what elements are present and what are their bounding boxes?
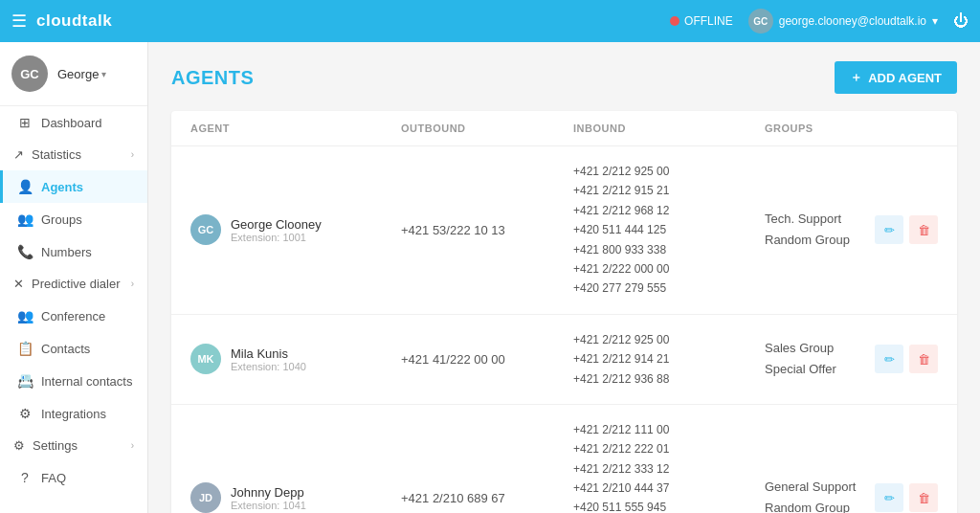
chevron-right-icon: › xyxy=(131,149,134,160)
inbound-numbers: +421 2/212 925 00+421 2/212 914 21+421 2… xyxy=(573,330,765,389)
chevron-down-icon: ▾ xyxy=(932,14,938,28)
agent-cell: JD Johnny Depp Extension: 1041 xyxy=(190,482,401,513)
chevron-right-icon: › xyxy=(131,279,134,289)
outbound-number: +421 41/222 00 00 xyxy=(401,352,573,367)
user-menu[interactable]: GC george.clooney@cloudtalk.io ▾ xyxy=(748,9,938,33)
sidebar-item-label: Integrations xyxy=(41,407,106,421)
user-email: george.clooney@cloudtalk.io xyxy=(779,14,926,28)
col-actions xyxy=(861,123,938,134)
profile-name-button[interactable]: George ▾ xyxy=(57,67,106,81)
agent-groups: General SupportRandom Group xyxy=(765,477,861,513)
chevron-right-icon: › xyxy=(131,440,134,451)
sidebar-item-label: Internal contacts xyxy=(41,374,132,389)
internal-contacts-icon: 📇 xyxy=(16,373,33,389)
sidebar-item-numbers[interactable]: 📞 Numbers xyxy=(0,235,147,268)
avatar: GC xyxy=(190,214,221,245)
sidebar-item-integrations[interactable]: ⚙ Integrations xyxy=(0,397,147,430)
agent-name: Mila Kunis xyxy=(231,346,306,361)
sidebar-item-label: Contacts xyxy=(41,342,90,356)
col-inbound: INBOUND xyxy=(573,123,765,134)
table-row: MK Mila Kunis Extension: 1040 +421 41/22… xyxy=(171,315,957,405)
table-header: AGENT OUTBOUND INBOUND GROUPS xyxy=(171,111,957,146)
row-actions: ✏ 🗑 xyxy=(861,483,938,512)
groups-icon: 👥 xyxy=(16,212,33,227)
sidebar-item-dashboard[interactable]: ⊞ Dashboard xyxy=(0,106,147,139)
sidebar-item-groups[interactable]: 👥 Groups xyxy=(0,203,147,235)
sidebar-item-label: Dashboard xyxy=(41,116,102,130)
sidebar: GC George ▾ ⊞ Dashboard ↗ Statistics › 👤… xyxy=(0,42,148,513)
outbound-number: +421 53/222 10 13 xyxy=(401,223,573,237)
table-row: GC George Clooney Extension: 1001 +421 5… xyxy=(171,146,957,315)
add-agent-button[interactable]: ＋ ADD AGENT xyxy=(835,61,957,94)
col-outbound: OUTBOUND xyxy=(401,123,573,134)
agent-groups: Sales GroupSpecial Offer xyxy=(765,338,861,380)
agent-extension: Extension: 1001 xyxy=(231,232,322,243)
profile-chevron-icon: ▾ xyxy=(101,69,106,79)
agents-table: AGENT OUTBOUND INBOUND GROUPS GC George … xyxy=(171,111,957,513)
sidebar-item-label: Numbers xyxy=(41,245,92,259)
offline-dot-icon xyxy=(670,16,679,26)
agent-extension: Extension: 1041 xyxy=(231,500,306,511)
edit-button[interactable]: ✏ xyxy=(875,215,903,244)
col-agent: AGENT xyxy=(190,123,401,134)
page-header: AGENTS ＋ ADD AGENT xyxy=(171,61,957,94)
row-actions: ✏ 🗑 xyxy=(861,345,938,373)
agent-groups: Tech. SupportRandom Group xyxy=(765,209,861,251)
status-badge: OFFLINE xyxy=(670,14,733,28)
logo: cloudtalk xyxy=(36,11,112,31)
sidebar-item-conference[interactable]: 👥 Conference xyxy=(0,300,147,332)
outbound-number: +421 2/210 689 67 xyxy=(401,491,573,505)
integrations-icon: ⚙ xyxy=(16,406,33,421)
sidebar-item-label: Groups xyxy=(41,212,82,227)
row-actions: ✏ 🗑 xyxy=(861,215,938,244)
sidebar-item-label: Statistics xyxy=(32,147,81,162)
agent-cell: MK Mila Kunis Extension: 1040 xyxy=(190,344,401,374)
sidebar-item-agents[interactable]: 👤 Agents xyxy=(0,170,147,203)
sidebar-item-faq[interactable]: ? FAQ xyxy=(0,461,147,494)
sidebar-item-predictive-dialer[interactable]: ✕ Predictive dialer › xyxy=(0,268,147,300)
col-groups: GROUPS xyxy=(765,123,861,134)
main-content: AGENTS ＋ ADD AGENT AGENT OUTBOUND INBOUN… xyxy=(148,42,980,513)
agent-cell: GC George Clooney Extension: 1001 xyxy=(190,214,401,245)
avatar: MK xyxy=(190,344,221,374)
sidebar-item-label: Settings xyxy=(33,438,78,453)
edit-button[interactable]: ✏ xyxy=(875,483,903,512)
sidebar-item-statistics[interactable]: ↗ Statistics › xyxy=(0,139,147,170)
predictive-dialer-icon: ✕ xyxy=(13,277,24,291)
contacts-icon: 📋 xyxy=(16,341,33,356)
user-avatar-small: GC xyxy=(748,9,773,33)
avatar: JD xyxy=(190,482,221,513)
dashboard-icon: ⊞ xyxy=(16,115,33,130)
plus-icon: ＋ xyxy=(850,69,862,86)
sidebar-item-label: Conference xyxy=(41,309,105,323)
status-label: OFFLINE xyxy=(684,14,733,28)
layout: GC George ▾ ⊞ Dashboard ↗ Statistics › 👤… xyxy=(0,42,980,513)
delete-button[interactable]: 🗑 xyxy=(909,215,938,244)
inbound-numbers: +421 2/212 925 00+421 2/212 915 21+421 2… xyxy=(573,162,765,299)
topbar: ☰ cloudtalk OFFLINE GC george.clooney@cl… xyxy=(0,0,980,42)
delete-button[interactable]: 🗑 xyxy=(909,345,938,373)
sidebar-item-label: FAQ xyxy=(41,471,66,485)
agent-name: Johnny Depp xyxy=(231,485,306,500)
sidebar-profile: GC George ▾ xyxy=(0,42,147,106)
table-row: JD Johnny Depp Extension: 1041 +421 2/21… xyxy=(171,405,957,513)
agent-extension: Extension: 1040 xyxy=(231,361,306,372)
sidebar-item-settings[interactable]: ⚙ Settings › xyxy=(0,430,147,461)
page-title: AGENTS xyxy=(171,67,254,89)
power-icon[interactable]: ⏻ xyxy=(953,12,969,30)
agents-icon: 👤 xyxy=(16,179,33,194)
sidebar-item-contacts[interactable]: 📋 Contacts xyxy=(0,332,147,365)
faq-icon: ? xyxy=(16,470,33,485)
sidebar-item-internal-contacts[interactable]: 📇 Internal contacts xyxy=(0,365,147,397)
settings-icon: ⚙ xyxy=(13,438,25,453)
hamburger-icon[interactable]: ☰ xyxy=(11,11,27,32)
delete-button[interactable]: 🗑 xyxy=(909,483,938,512)
agent-name: George Clooney xyxy=(231,217,322,232)
sidebar-item-label: Predictive dialer xyxy=(32,277,121,291)
numbers-icon: 📞 xyxy=(16,244,33,259)
sidebar-item-label: Agents xyxy=(41,180,83,194)
inbound-numbers: +421 2/212 111 00+421 2/212 222 01+421 2… xyxy=(573,420,765,513)
statistics-icon: ↗ xyxy=(13,147,24,162)
avatar: GC xyxy=(11,56,48,92)
edit-button[interactable]: ✏ xyxy=(875,345,903,373)
